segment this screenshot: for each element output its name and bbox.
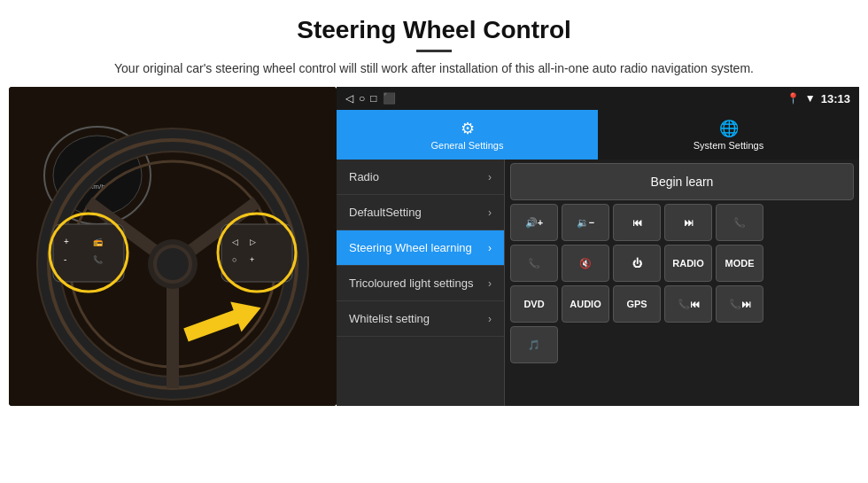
radio-button[interactable]: RADIO [664,245,712,282]
controls-row-4: 🎵 [510,326,854,363]
gps-button[interactable]: GPS [613,285,661,323]
next-track-icon: ⏭ [684,217,694,228]
svg-point-14 [157,248,189,280]
radio-label: RADIO [672,258,703,269]
answer-button[interactable]: 📞 [510,245,558,282]
location-icon: 📍 [787,92,800,105]
begin-learn-button[interactable]: Begin learn [510,163,854,200]
controls-row-2: 📞 🔇 ⏻ RADIO MODE [510,245,854,282]
vol-down-icon: 🔉− [577,217,594,229]
status-bar: ◁ ○ □ ⬛ 📍 ▼ 13:13 [337,87,859,110]
gps-label: GPS [626,299,647,309]
wifi-icon: ▼ [805,92,816,105]
svg-text:+: + [64,237,69,246]
status-right-icons: 📍 ▼ 13:13 [787,92,850,105]
tab-general[interactable]: ⚙ General Settings [337,110,598,160]
home-icon: ○ [359,92,365,105]
back-icon: ◁ [345,92,353,105]
tel-next-icon: 📞⏭ [729,299,751,310]
steering-wheel-bg: 100 km/h + - 📻 📞 [9,87,337,406]
answer-icon: 📞 [528,258,540,269]
system-settings-icon: 🌐 [719,119,739,138]
chevron-icon-whitelist: › [488,313,492,325]
svg-text:+: + [250,255,254,264]
tab-bar: ⚙ General Settings 🌐 System Settings [337,110,859,160]
header-divider [416,50,452,52]
svg-rect-15 [53,224,124,282]
power-button[interactable]: ⏻ [613,245,661,282]
headunit-panel: ◁ ○ □ ⬛ 📍 ▼ 13:13 ⚙ General Settings 🌐 S… [337,87,859,406]
prev-track-icon: ⏮ [632,217,642,228]
svg-rect-20 [221,224,292,282]
media-icon: 🎵 [528,339,540,351]
chevron-icon-steering: › [488,242,492,254]
phone-button[interactable]: 📞 [716,204,763,241]
next-track-button[interactable]: ⏭ [664,204,712,241]
content-area: Radio › DefaultSetting › Steering Wheel … [337,160,859,406]
buttons-panel: Begin learn 🔊+ 🔉− ⏮ ⏭ [505,160,859,406]
recents-icon: □ [370,92,376,105]
menu-item-tricoloured[interactable]: Tricoloured light settings › [337,266,504,301]
controls-row-3: DVD AUDIO GPS 📞⏮ 📞⏭ [510,285,854,323]
svg-text:-: - [64,254,66,264]
menu-radio-label: Radio [349,170,379,183]
tab-general-label: General Settings [431,140,504,151]
controls-row-1: 🔊+ 🔉− ⏮ ⏭ 📞 [510,204,854,241]
menu-item-radio[interactable]: Radio › [337,160,504,195]
menu-default-label: DefaultSetting [349,206,422,219]
menu-item-steering[interactable]: Steering Wheel learning › [337,230,504,266]
status-time: 13:13 [821,92,850,105]
svg-text:📞: 📞 [93,254,104,265]
menu-list: Radio › DefaultSetting › Steering Wheel … [337,160,505,406]
menu-tricoloured-label: Tricoloured light settings [349,277,473,290]
chevron-icon-default: › [488,206,492,219]
phone-icon: 📞 [733,217,746,229]
mute-button[interactable]: 🔇 [562,245,609,282]
steering-wheel-panel: 100 km/h + - 📻 📞 [9,87,337,406]
prev-track-button[interactable]: ⏮ [613,204,661,241]
menu-whitelist-label: Whitelist setting [349,312,430,325]
media-button[interactable]: 🎵 [510,326,558,363]
tel-prev-button[interactable]: 📞⏮ [664,285,712,323]
page-header: Steering Wheel Control Your original car… [0,0,868,87]
menu-item-defaultsetting[interactable]: DefaultSetting › [337,195,504,230]
dvd-button[interactable]: DVD [510,285,558,323]
nav-icons: ◁ ○ □ ⬛ [345,92,396,105]
svg-text:▷: ▷ [250,238,256,246]
mute-icon: 🔇 [579,258,592,269]
tel-next-button[interactable]: 📞⏭ [716,285,763,323]
audio-label: AUDIO [570,299,601,309]
tab-system-label: System Settings [694,140,763,151]
chevron-icon-tricoloured: › [488,277,492,290]
dvd-label: DVD [523,299,544,309]
vol-down-button[interactable]: 🔉− [562,204,609,241]
main-content: 100 km/h + - 📻 📞 [9,87,859,406]
mode-label: MODE [725,258,755,269]
tab-system[interactable]: 🌐 System Settings [598,110,859,160]
screenshot-icon: ⬛ [383,92,396,105]
chevron-icon-radio: › [488,171,492,183]
tel-prev-icon: 📞⏮ [678,299,700,310]
svg-text:○: ○ [232,255,236,264]
power-icon: ⏻ [632,258,642,269]
page-title: Steering Wheel Control [53,16,815,44]
svg-text:◁: ◁ [232,238,238,246]
menu-item-whitelist[interactable]: Whitelist setting › [337,301,504,337]
mode-button[interactable]: MODE [716,245,763,282]
general-settings-icon: ⚙ [461,119,475,138]
vol-up-icon: 🔊+ [525,217,543,229]
menu-steering-label: Steering Wheel learning [349,241,472,254]
vol-up-button[interactable]: 🔊+ [510,204,558,241]
audio-button[interactable]: AUDIO [562,285,609,323]
svg-text:📻: 📻 [93,237,104,247]
begin-learn-row: Begin learn [510,163,854,200]
page-subtitle: Your original car's steering wheel contr… [53,59,815,78]
